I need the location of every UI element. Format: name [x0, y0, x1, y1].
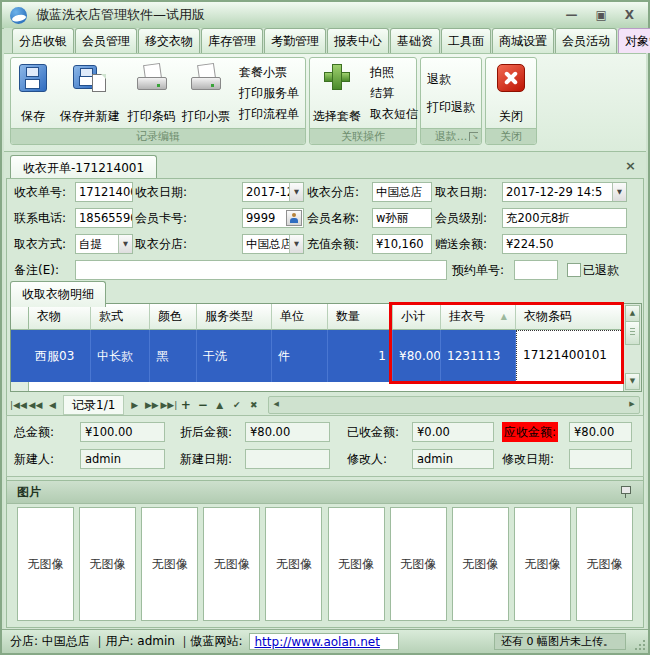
ribbon-tab-tools[interactable]: 工具面 [441, 28, 491, 53]
col-header-service[interactable]: 服务类型 [197, 304, 272, 330]
package-ticket-button[interactable]: 套餐小票 [237, 63, 301, 82]
detail-tab[interactable]: 收取衣物明细 [10, 281, 106, 307]
col-header-subtotal[interactable]: 小计 [393, 304, 441, 330]
scroll-up-icon[interactable]: ▲ [625, 305, 640, 322]
resize-grip[interactable] [633, 638, 645, 650]
pickup-date-combo[interactable]: 2017-12-29 14:5▼ [502, 182, 627, 202]
nav-delete-button[interactable]: − [194, 395, 211, 415]
picture-placeholder[interactable]: 无图像 [452, 507, 509, 621]
cell-qty[interactable]: 1 [328, 330, 393, 382]
select-package-button[interactable]: 选择套餐 [310, 58, 364, 129]
remark-field[interactable] [75, 260, 447, 280]
col-header-qty[interactable]: 数量 [328, 304, 393, 330]
refund-button[interactable]: 退款 [425, 70, 477, 89]
chevron-down-icon[interactable]: ▼ [612, 183, 626, 201]
picture-placeholder[interactable]: 无图像 [265, 507, 322, 621]
chevron-down-icon[interactable]: ▼ [118, 235, 132, 253]
nav-post-button[interactable]: ✔ [228, 395, 245, 415]
save-button[interactable]: 保存 [11, 58, 55, 129]
scroll-down-icon[interactable]: ▼ [625, 373, 640, 390]
pickup-method-combo[interactable]: 自提▼ [75, 234, 133, 254]
nav-edit-button[interactable]: ▲ [211, 395, 228, 415]
cell-color[interactable]: 黑 [150, 330, 197, 382]
cell-unit[interactable]: 件 [272, 330, 328, 382]
website-link[interactable]: http://www.aolan.net [255, 635, 380, 649]
col-header-barcode[interactable]: 衣物条码 [516, 304, 625, 330]
cell-subtotal[interactable]: ¥80.00 [393, 330, 441, 382]
settle-button[interactable]: 结算 [368, 84, 420, 103]
col-header-clothes[interactable]: 衣物 [29, 304, 91, 330]
member-lookup-icon[interactable] [286, 210, 302, 226]
nav-last-button[interactable]: ▶▶| [160, 395, 177, 415]
maximize-button[interactable]: ▣ [595, 8, 606, 22]
dialog-launcher-icon[interactable]: ↘ [469, 132, 478, 141]
picture-placeholder[interactable]: 无图像 [79, 507, 136, 621]
print-receipt-button[interactable]: 打印小票 [179, 58, 233, 129]
document-close-icon[interactable]: × [625, 158, 636, 173]
take-photo-button[interactable]: 拍照 [368, 63, 420, 82]
receive-date-combo[interactable]: 2017-12▼ [242, 182, 304, 202]
nav-first-button[interactable]: |◀◀ [10, 395, 27, 415]
picture-placeholder[interactable]: 无图像 [390, 507, 447, 621]
member-level-field[interactable]: 充200元8折 [502, 208, 627, 228]
print-process-slip-button[interactable]: 打印流程单 [237, 105, 301, 124]
cell-service[interactable]: 干洗 [197, 330, 272, 382]
nav-append-button[interactable]: + [177, 395, 194, 415]
col-header-color[interactable]: 颜色 [150, 304, 197, 330]
ribbon-tab-mall-settings[interactable]: 商城设置 [492, 28, 554, 53]
pickup-sms-button[interactable]: 取衣短信 [368, 105, 420, 124]
ribbon-tab-inventory[interactable]: 库存管理 [201, 28, 263, 53]
chevron-down-icon[interactable]: ▼ [289, 235, 303, 253]
picture-placeholder[interactable]: 无图像 [576, 507, 633, 621]
pickup-branch-combo[interactable]: 中国总店▼ [242, 234, 304, 254]
picture-placeholder[interactable]: 无图像 [17, 507, 74, 621]
picture-placeholder[interactable]: 无图像 [203, 507, 260, 621]
ribbon-tab-member-activity[interactable]: 会员活动 [555, 28, 617, 53]
cell-barcode-editing[interactable]: 17121400101 [516, 330, 625, 382]
ribbon-tab-basic-data[interactable]: 基础资 [390, 28, 440, 53]
scroll-left-icon[interactable]: ◀ [269, 397, 283, 413]
grid-row-selected[interactable]: 西服03 中长款 黑 干洗 件 1 ¥80.00 1231113 1712140… [11, 330, 623, 382]
close-form-button[interactable]: 关闭 [487, 58, 535, 129]
scrollbar-thumb[interactable] [625, 321, 640, 345]
ribbon-tab-member-mgmt[interactable]: 会员管理 [75, 28, 137, 53]
ribbon-tab-transfer-clothes[interactable]: 移交衣物 [138, 28, 200, 53]
phone-field[interactable]: 185655905 [75, 208, 133, 228]
app-window: 傲蓝洗衣店管理软件—试用版 — ▣ X 分店收银 会员管理 移交衣物 库存管理 … [0, 0, 650, 655]
picture-placeholder[interactable]: 无图像 [328, 507, 385, 621]
col-header-unit[interactable]: 单位 [272, 304, 328, 330]
member-name-field[interactable]: w孙丽 [372, 208, 432, 228]
nav-next-button[interactable]: ▶ [126, 395, 143, 415]
nav-prior-button[interactable]: ◀ [44, 395, 61, 415]
print-barcode-button[interactable]: 打印条码 [125, 58, 179, 129]
print-service-slip-button[interactable]: 打印服务单 [237, 84, 301, 103]
grid-horizontal-scrollbar[interactable]: ◀ ▶ [268, 396, 640, 414]
save-and-new-button[interactable]: 保存并新建 [55, 58, 125, 129]
ribbon-tab-branch-cashier[interactable]: 分店收银 [12, 28, 74, 53]
refunded-checkbox[interactable] [567, 263, 581, 277]
close-button[interactable]: X [625, 8, 634, 22]
col-header-hang-no[interactable]: 挂衣号▲ [441, 304, 516, 330]
ribbon-tab-reports[interactable]: 报表中心 [327, 28, 389, 53]
ribbon-tab-object-mgmt[interactable]: 对象管理 [618, 28, 650, 53]
picture-placeholder[interactable]: 无图像 [514, 507, 571, 621]
cell-hang-no[interactable]: 1231113 [441, 330, 516, 382]
cell-clothes[interactable]: 西服03 [29, 330, 91, 382]
nav-cancel-button[interactable]: ✖ [245, 395, 262, 415]
minimize-button[interactable]: — [565, 8, 577, 22]
chevron-down-icon[interactable]: ▼ [289, 183, 303, 201]
print-refund-button[interactable]: 打印退款 [425, 98, 477, 117]
cell-style[interactable]: 中长款 [91, 330, 150, 382]
receive-no-field[interactable]: 171214001 [75, 182, 133, 202]
receive-branch-field[interactable]: 中国总店 [372, 182, 432, 202]
booking-no-field[interactable] [514, 260, 558, 280]
col-header-style[interactable]: 款式 [91, 304, 150, 330]
ribbon-tab-attendance[interactable]: 考勤管理 [264, 28, 326, 53]
scroll-right-icon[interactable]: ▶ [625, 397, 639, 413]
nav-prior-page-button[interactable]: ◀◀ [27, 395, 44, 415]
pin-icon[interactable] [621, 486, 631, 494]
picture-placeholder[interactable]: 无图像 [141, 507, 198, 621]
grid-vertical-scrollbar[interactable]: ▲ ▼ [623, 304, 641, 391]
member-card-field[interactable]: 9999 [242, 208, 304, 228]
nav-next-page-button[interactable]: ▶▶ [143, 395, 160, 415]
